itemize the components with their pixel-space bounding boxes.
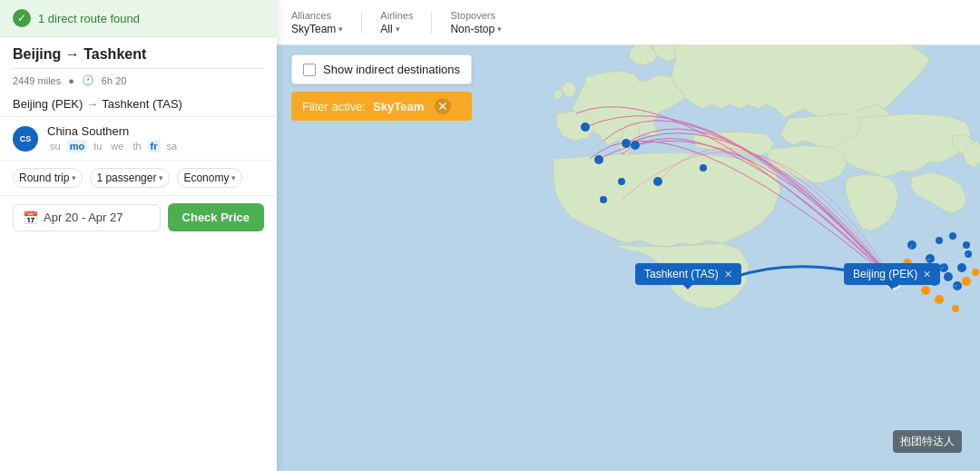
airlines-group: Airlines All ▾ <box>380 10 413 35</box>
days-row: su mo tu we th fr sa <box>47 140 264 152</box>
stopovers-value: Non-stop <box>450 23 495 35</box>
tashkent-close-icon[interactable]: ✕ <box>724 269 732 280</box>
beijing-close-icon[interactable]: ✕ <box>923 269 931 280</box>
filter-active-value: SkyTeam <box>373 100 424 113</box>
trip-type-chevron-icon: ▾ <box>72 173 76 182</box>
check-price-button[interactable]: Check Price <box>168 203 264 231</box>
airline-row: CS China Southern su mo tu we th fr sa <box>0 117 277 161</box>
watermark: 抱团特达人 <box>893 430 962 453</box>
day-tu: tu <box>91 140 104 152</box>
map-panel: Alliances SkyTeam ▾ Airlines All ▾ Stopo… <box>277 0 980 471</box>
passengers-label: 1 passenger <box>96 172 156 184</box>
stopovers-label: Stopovers <box>450 10 502 21</box>
trip-type-button[interactable]: Round trip ▾ <box>13 168 83 188</box>
show-indirect-checkbox[interactable] <box>303 64 316 76</box>
tashkent-label: Tashkent (TAS) <box>644 268 719 280</box>
separator-1 <box>361 12 362 34</box>
to-label: Tashkent (TAS) <box>102 97 182 111</box>
route-detail-text: Beijing (PEK) → Tashkent (TAS) <box>13 97 264 111</box>
day-fr: fr <box>148 140 161 152</box>
filter-badge: Filter active: SkyTeam ✕ <box>291 92 472 121</box>
close-filter-button[interactable]: ✕ <box>435 98 451 114</box>
route-arrow-icon: → <box>86 97 98 111</box>
route-distance: 2449 miles <box>13 75 61 86</box>
beijing-label: Beijing (PEK) <box>853 268 917 280</box>
calendar-icon: 📅 <box>23 211 38 225</box>
alliances-dropdown[interactable]: SkyTeam ▾ <box>291 23 343 35</box>
airlines-dropdown[interactable]: All ▾ <box>380 23 413 35</box>
alliances-group: Alliances SkyTeam ▾ <box>291 10 343 35</box>
cabin-chevron-icon: ▾ <box>231 173 236 182</box>
map-controls-overlay: Show indirect destinations Filter active… <box>291 54 472 121</box>
route-detail: Beijing (PEK) → Tashkent (TAS) <box>0 92 277 117</box>
left-panel: ✓ 1 direct route found Beijing → Tashken… <box>0 0 277 471</box>
alliances-chevron-icon: ▾ <box>338 25 343 34</box>
status-bar: ✓ 1 direct route found <box>0 0 277 37</box>
route-meta: 2449 miles ● 🕐 6h 20 <box>13 68 264 86</box>
day-we: we <box>108 140 126 152</box>
stopovers-group: Stopovers Non-stop ▾ <box>450 10 502 35</box>
route-clock-icon: 🕐 <box>82 74 94 86</box>
dot-separator: ● <box>68 75 74 86</box>
status-text: 1 direct route found <box>38 12 140 25</box>
alliances-label: Alliances <box>291 10 343 21</box>
day-th: th <box>130 140 143 152</box>
airlines-label: Airlines <box>380 10 413 21</box>
show-indirect-button[interactable]: Show indirect destinations <box>291 54 472 84</box>
airline-name: China Southern <box>47 124 264 138</box>
airline-logo: CS <box>13 126 38 152</box>
stopovers-dropdown[interactable]: Non-stop ▾ <box>450 23 502 35</box>
tashkent-tooltip: Tashkent (TAS) ✕ <box>635 263 741 285</box>
date-range-label: Apr 20 - Apr 27 <box>44 211 122 224</box>
date-picker-button[interactable]: 📅 Apr 20 - Apr 27 <box>13 204 161 231</box>
airlines-value: All <box>380 23 392 35</box>
route-header: Beijing → Tashkent 2449 miles ● 🕐 6h 20 <box>0 37 277 92</box>
cabin-button[interactable]: Economy ▾ <box>177 168 242 188</box>
cabin-label: Economy <box>183 172 229 184</box>
alliances-value: SkyTeam <box>291 23 336 35</box>
map-toolbar: Alliances SkyTeam ▾ Airlines All ▾ Stopo… <box>277 0 980 45</box>
passengers-chevron-icon: ▾ <box>159 173 163 182</box>
day-mo: mo <box>67 140 88 152</box>
passengers-button[interactable]: 1 passenger ▾ <box>90 168 170 188</box>
airline-info: China Southern su mo tu we th fr sa <box>47 124 264 152</box>
airlines-chevron-icon: ▾ <box>396 25 400 34</box>
separator-2 <box>431 12 432 34</box>
check-icon: ✓ <box>13 9 31 27</box>
day-su: su <box>47 140 64 152</box>
route-title: Beijing → Tashkent <box>13 46 264 63</box>
date-price-row: 📅 Apr 20 - Apr 27 Check Price <box>0 196 277 239</box>
day-sa: sa <box>164 140 181 152</box>
trip-type-label: Round trip <box>19 172 69 184</box>
stopovers-chevron-icon: ▾ <box>497 25 502 34</box>
route-duration: 6h 20 <box>102 75 127 86</box>
beijing-tooltip: Beijing (PEK) ✕ <box>844 263 940 285</box>
options-row: Round trip ▾ 1 passenger ▾ Economy ▾ <box>0 161 277 196</box>
from-label: Beijing (PEK) <box>13 97 83 111</box>
filter-active-label: Filter active: <box>302 100 366 113</box>
show-indirect-label: Show indirect destinations <box>323 63 460 76</box>
